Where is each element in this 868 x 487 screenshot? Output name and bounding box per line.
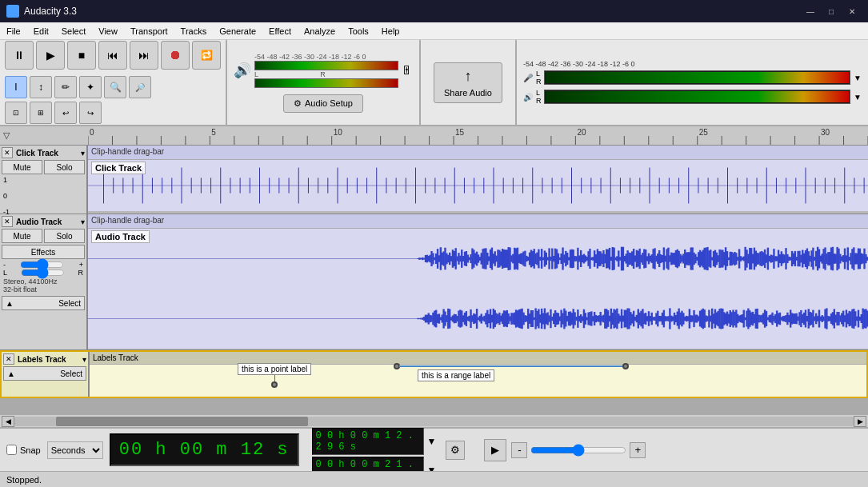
labels-track-select-button[interactable]: ▲ Select [3,366,86,381]
audio-track-clip-bar[interactable]: Clip-handle drag-bar [88,214,868,229]
empty-track-area [0,398,868,414]
title-text: Audacity 3.3 [24,6,77,17]
click-waveform-canvas [88,160,868,211]
audio-track-waveform: Audio Track [88,229,868,349]
vu-meter-record [254,61,398,70]
labels-track-close-button[interactable]: ✕ [3,353,14,365]
app-icon [6,5,19,18]
point-label-text[interactable]: this is a point label [238,363,311,375]
zoom-out-button[interactable]: 🔎 [129,76,151,98]
labels-track-dropdown[interactable]: ▾ [82,355,86,364]
labels-track-header: ✕ Labels Track ▾ [3,353,86,365]
zoom-fwd-button[interactable]: ↪ [79,102,102,124]
loop-button[interactable]: 🔁 [192,41,221,70]
maximize-button[interactable]: □ [822,3,841,19]
speed-minus-button[interactable]: - [511,442,527,458]
menu-effect[interactable]: Effect [262,22,298,40]
snap-label[interactable]: Snap [20,445,41,455]
range-label-text[interactable]: this is a range label [418,369,494,381]
speed-plus-button[interactable]: + [630,442,646,458]
click-track-solo-button[interactable]: Solo [44,160,85,174]
audio-track-dropdown[interactable]: ▾ [81,218,85,226]
lr-labels: L R [2,269,85,277]
play-meter-row: 🔊 LR ▼ [523,89,862,105]
snap-checkbox[interactable] [6,445,17,455]
labels-track-content: Labels Track this is a point label this … [90,352,866,397]
menu-analyze[interactable]: Analyze [298,22,342,40]
selection-start-input[interactable]: 0 0 h 0 0 m 1 2 . 2 9 6 s [312,428,424,455]
pan-slider[interactable] [21,269,65,277]
audio-setup-label: Audio Setup [305,98,353,108]
main-area: ⏸ ▶ ■ ⏮ ⏭ ⏺ 🔁 I ↕ ✏ ✦ 🔍 🔎 [0,40,868,487]
draw-tool-button[interactable]: ✏ [54,76,77,98]
zoom-back-button[interactable]: ↩ [54,102,77,124]
scrollbar-thumb[interactable] [56,417,308,426]
menu-tracks[interactable]: Tracks [174,22,214,40]
close-button[interactable]: ✕ [842,3,862,19]
snap-control: Snap [6,445,41,455]
horizontal-scrollbar[interactable]: ◀ ▶ [0,414,868,427]
click-track-clip-bar[interactable]: Clip-handle drag-bar [88,146,868,160]
zoom-in-button[interactable]: 🔍 [104,76,126,98]
share-audio-button[interactable]: ↑ Share Audio [434,62,502,103]
play-lr-label: LR [536,89,542,105]
audio-track-close-button[interactable]: ✕ [2,216,13,227]
selection-start-spinner[interactable]: ▼ [427,436,437,447]
record-meter-row: 🎤 LR ▼ [523,70,862,86]
speaker-meter-icon: 🔊 [523,93,533,102]
audio-track-solo-button[interactable]: Solo [44,229,85,243]
point-label: this is a point label [238,363,311,388]
audio-track-header: ✕ Audio Track ▾ [2,216,85,227]
audio-waveform-canvas [88,229,868,349]
click-track-close-button[interactable]: ✕ [2,147,13,158]
mini-play-button[interactable]: ▶ [484,439,506,461]
play-button[interactable]: ▶ [36,41,65,70]
click-track-controls: ✕ Click Track ▾ Mute Solo 1 0 -1 [0,146,88,214]
audio-track-select-button[interactable]: ▲ Select [2,296,85,310]
ruler-area: ▽ [0,126,868,146]
audio-setup-button[interactable]: ⚙ Audio Setup [283,94,363,113]
menu-file[interactable]: File [0,22,27,40]
fit-sel-button[interactable]: ⊡ [5,102,27,124]
skip-forward-button[interactable]: ⏭ [130,41,158,70]
click-track-mute-button[interactable]: Mute [2,160,42,174]
stop-button[interactable]: ■ [67,41,96,70]
click-track-dropdown[interactable]: ▾ [81,149,85,158]
fit-proj-button[interactable]: ⊞ [30,102,52,124]
menu-help[interactable]: Help [375,22,406,40]
title-left: Audacity 3.3 [6,5,77,18]
selection-settings-button[interactable]: ⚙ [446,441,465,460]
select-tool-button[interactable]: I [5,76,27,98]
record-button[interactable]: ⏺ [161,41,190,70]
scroll-right-button[interactable]: ▶ [854,416,866,427]
ruler-canvas [88,126,868,145]
menu-select[interactable]: Select [55,22,93,40]
multi-tool-button[interactable]: ✦ [79,76,102,98]
audio-setup-icon: ⚙ [294,98,302,109]
audio-track-mute-button[interactable]: Mute [2,229,42,243]
play-vu-down-icon: ▼ [854,93,862,102]
share-area: ↑ Share Audio [421,40,517,125]
vu-lr-labels: L R [254,70,398,78]
effects-button[interactable]: Effects [2,245,85,259]
minimize-button[interactable]: — [801,3,820,19]
click-track-mute-solo: Mute Solo [2,160,85,174]
menu-view[interactable]: View [92,22,124,40]
record-vu-bar [544,70,850,85]
time-format-select[interactable]: Seconds hh:mm:ss Samples [47,441,103,459]
menu-edit[interactable]: Edit [27,22,55,40]
range-label: this is a range label [394,363,629,381]
menu-generate[interactable]: Generate [213,22,262,40]
playback-speed-slider[interactable] [530,444,626,457]
scroll-left-button[interactable]: ◀ [2,416,14,427]
playback-speed-controls: - + [511,442,646,458]
menu-tools[interactable]: Tools [342,22,375,40]
pause-button[interactable]: ⏸ [5,41,34,70]
skip-back-button[interactable]: ⏮ [98,41,127,70]
tracks-scroll-area[interactable]: ✕ Click Track ▾ Mute Solo 1 0 -1 [0,146,868,414]
scrollbar-track[interactable] [14,417,854,426]
envelope-tool-button[interactable]: ↕ [30,76,52,98]
selection-start-row: 0 0 h 0 0 m 1 2 . 2 9 6 s ▼ [312,428,437,455]
menu-transport[interactable]: Transport [124,22,174,40]
click-track: ✕ Click Track ▾ Mute Solo 1 0 -1 [0,146,868,214]
